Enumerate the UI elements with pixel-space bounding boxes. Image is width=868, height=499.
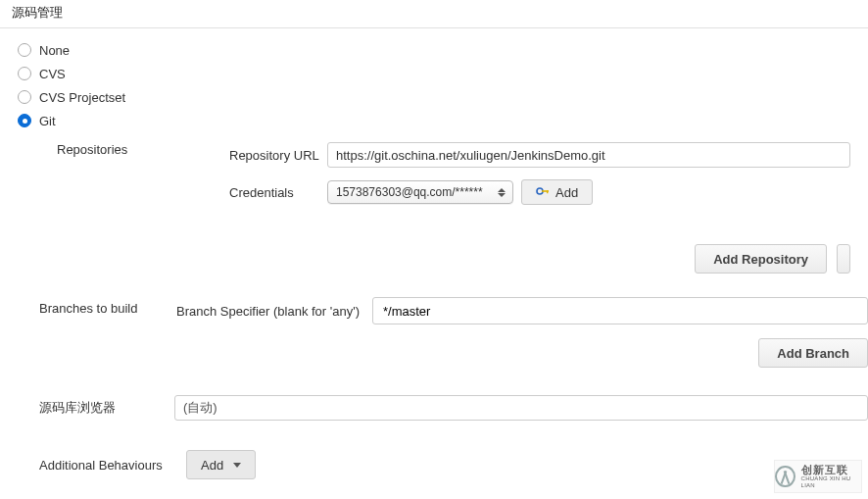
add-branch-button[interactable]: Add Branch xyxy=(758,338,868,368)
branch-specifier-input[interactable] xyxy=(372,297,868,324)
section-header: 源码管理 xyxy=(0,0,868,28)
add-behaviour-button[interactable]: Add xyxy=(186,450,256,479)
credentials-select[interactable]: 1573876303@qq.com/****** xyxy=(327,180,513,204)
scm-radio-group: None CVS CVS Projectset Git Repositories… xyxy=(0,28,868,274)
additional-behaviours-row: Additional Behaviours Add xyxy=(0,450,868,479)
scm-option-none[interactable]: None xyxy=(18,38,850,62)
svg-rect-2 xyxy=(547,190,548,193)
branches-label: Branches to build xyxy=(39,301,137,316)
repositories-label: Repositories xyxy=(57,142,127,157)
repository-url-row: Repository URL xyxy=(229,142,850,168)
credentials-label: Credentials xyxy=(229,185,327,200)
scm-option-label: None xyxy=(39,43,70,58)
scm-option-label: CVS xyxy=(39,67,66,81)
repository-extra-button[interactable] xyxy=(837,244,850,274)
branches-block: Branches to build Branch Specifier (blan… xyxy=(0,297,868,368)
watermark-logo: 创新互联 CHUANG XIN HU LIAN xyxy=(774,460,862,493)
git-config-area: Repositories Repository URL Credentials … xyxy=(18,142,850,274)
add-credential-label: Add xyxy=(555,185,578,200)
chevron-down-icon xyxy=(233,463,241,468)
scm-option-label: Git xyxy=(39,114,56,128)
logo-text: 创新互联 CHUANG XIN HU LIAN xyxy=(801,464,861,488)
branch-specifier-label: Branch Specifier (blank for 'any') xyxy=(176,304,372,319)
scm-option-label: CVS Projectset xyxy=(39,90,125,105)
repository-url-input[interactable] xyxy=(327,142,850,168)
additional-behaviours-label: Additional Behaviours xyxy=(39,458,174,473)
repo-browser-row: 源码库浏览器 (自动) xyxy=(0,395,868,421)
repository-actions: Add Repository xyxy=(53,244,850,274)
radio-icon xyxy=(18,43,31,57)
scm-option-cvs-projectset[interactable]: CVS Projectset xyxy=(18,85,850,109)
add-repository-button[interactable]: Add Repository xyxy=(695,244,827,274)
repo-browser-select[interactable]: (自动) xyxy=(174,395,868,421)
add-credential-button[interactable]: Add xyxy=(521,179,593,205)
logo-icon xyxy=(775,466,796,487)
scm-option-cvs[interactable]: CVS xyxy=(18,62,850,85)
credentials-row: Credentials 1573876303@qq.com/****** Add xyxy=(229,179,850,205)
radio-icon xyxy=(18,90,31,104)
radio-icon-selected xyxy=(18,114,31,127)
repository-url-label: Repository URL xyxy=(229,148,327,163)
repo-browser-label: 源码库浏览器 xyxy=(39,399,174,417)
radio-icon xyxy=(18,67,31,80)
scm-option-git[interactable]: Git xyxy=(18,109,850,132)
branch-specifier-row: Branch Specifier (blank for 'any') xyxy=(39,297,868,324)
updown-icon xyxy=(494,182,509,202)
key-icon xyxy=(536,185,550,200)
credentials-selected-value: 1573876303@qq.com/****** xyxy=(327,180,513,204)
